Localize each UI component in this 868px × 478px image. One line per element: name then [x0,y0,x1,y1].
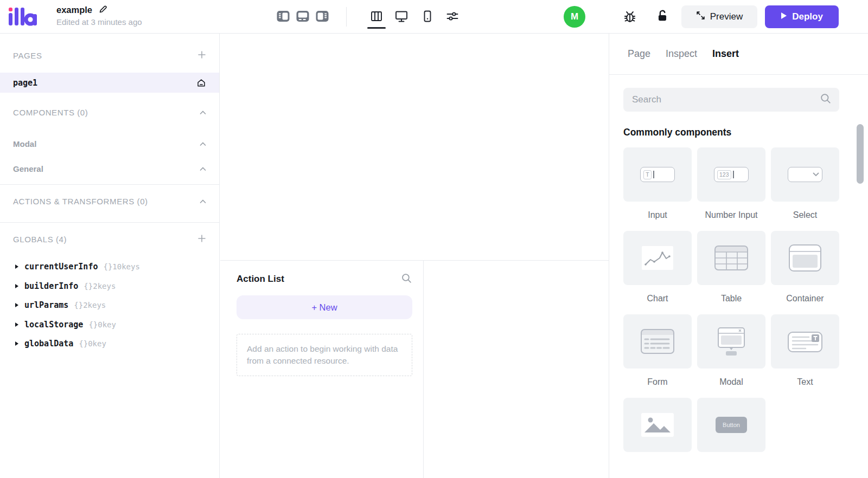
globals-header-label: GLOBALS (4) [13,235,67,244]
search-icon [820,93,832,107]
global-item-globalData[interactable]: globalData {}0key [0,334,219,353]
home-icon [196,78,206,88]
component-card-label: Container [786,293,824,304]
lock-toggle-button[interactable] [654,8,671,24]
component-card-text[interactable]: Text [771,314,839,387]
debug-button[interactable] [622,9,638,25]
component-card-modal[interactable]: Modal [697,314,765,387]
component-card-form[interactable]: Form [623,314,692,387]
tab-insert[interactable]: Insert [712,48,739,60]
search-icon [401,273,412,286]
action-list-title: Action List [237,274,284,285]
mobile-mode-button[interactable] [420,9,435,24]
caret-right-icon[interactable] [15,281,19,291]
preview-button[interactable]: Preview [681,5,757,28]
components-header-label: COMPONENTS (0) [13,108,88,117]
toggle-right-panel-button[interactable] [315,9,330,24]
action-list-section: Action List + New Add an action to begin… [220,261,424,478]
chart-icon [623,231,692,285]
component-group-modal[interactable]: Modal [0,134,219,153]
right-panel-scrollbar[interactable] [857,124,864,184]
deploy-button-label: Deploy [792,11,823,22]
new-action-button[interactable]: + New [237,295,412,319]
component-card-table[interactable]: Table [697,231,765,304]
tablet-icon [420,9,435,25]
action-search-button[interactable] [401,273,412,286]
component-group-label: Modal [13,139,36,148]
component-search-box [623,88,839,112]
caret-right-icon[interactable] [15,262,19,272]
columns-layout-icon [369,9,384,25]
component-card-label: Input [648,210,667,221]
global-item-currentUserInfo[interactable]: currentUserInfo {}10keys [0,257,219,276]
right-panel: Page Inspect Insert Commonly components … [609,34,868,478]
page-item-page1[interactable]: page1 [0,73,219,93]
sidebar-divider [0,222,219,223]
pages-section-header: PAGES [0,47,219,64]
active-device-underline [367,27,386,29]
illa-logo-icon [8,7,37,28]
global-item-name: builderInfo [24,281,78,291]
caret-right-icon[interactable] [15,300,19,310]
deploy-button[interactable]: Deploy [765,5,839,28]
component-card-image[interactable] [623,398,692,461]
component-card-chart[interactable]: Chart [623,231,692,304]
edited-status: Edited at 3 minutes ago [56,17,142,27]
panel-bottom-icon [296,9,310,25]
pages-header-label: PAGES [13,51,42,60]
components-section-header[interactable]: COMPONENTS (0) [0,103,219,121]
global-item-meta: {}10keys [103,262,139,271]
global-item-localStorage[interactable]: localStorage {}0key [0,315,219,334]
desktop-mode-button[interactable] [394,9,409,24]
fit-width-mode-button[interactable] [369,9,384,24]
toggle-left-panel-button[interactable] [276,9,291,24]
component-card-label: Text [797,377,813,387]
monitor-icon [394,9,409,25]
caret-right-icon[interactable] [15,339,19,348]
component-group-general[interactable]: General [0,159,219,178]
caret-right-icon[interactable] [15,320,19,330]
chevron-up-icon [200,139,206,148]
component-card-label: Select [793,210,817,221]
form-icon [623,314,692,369]
toolbar-divider [346,7,347,27]
component-card-select[interactable]: Select [771,147,839,221]
add-page-button[interactable] [197,50,206,61]
panel-right-icon [315,9,329,25]
app-title-block: example Edited at 3 minutes ago [56,4,142,27]
components-grid: T Input 123 Number Input [623,147,841,461]
select-icon [771,147,839,202]
component-search-input[interactable] [632,94,820,105]
canvas[interactable] [220,34,609,260]
actions-header-label: ACTIONS & TRANSFORMERS (0) [13,197,148,206]
component-card-number-input[interactable]: 123 Number Input [697,147,765,221]
image-icon [623,398,692,452]
actions-section-header[interactable]: ACTIONS & TRANSFORMERS (0) [0,192,219,210]
toggle-bottom-panel-button[interactable] [295,9,310,24]
component-card-input[interactable]: T Input [623,147,692,221]
page-item-label: page1 [13,78,37,88]
panel-left-icon [276,9,290,25]
add-global-button[interactable] [197,234,206,244]
avatar[interactable]: M [564,6,585,28]
tab-page[interactable]: Page [628,48,650,60]
component-card-button[interactable]: Button [697,398,765,461]
unlock-icon [655,9,669,24]
canvas-settings-button[interactable] [445,9,460,24]
preview-button-label: Preview [710,11,743,22]
component-card-container[interactable]: Container [771,231,839,304]
pencil-icon [98,4,108,16]
play-icon [781,11,787,22]
bug-icon [623,9,637,25]
global-item-name: globalData [24,339,73,348]
rename-button[interactable] [98,4,108,16]
illa-logo[interactable] [8,7,37,28]
input-icon: T [623,147,692,202]
sidebar-divider [0,184,219,185]
tab-inspect[interactable]: Inspect [666,48,697,60]
global-item-builderInfo[interactable]: builderInfo {}2keys [0,277,219,295]
app-title: example [56,5,92,15]
component-card-label: Modal [719,377,743,387]
topbar: example Edited at 3 minutes ago [0,0,868,34]
global-item-urlParams[interactable]: urlParams {}2keys [0,296,219,314]
